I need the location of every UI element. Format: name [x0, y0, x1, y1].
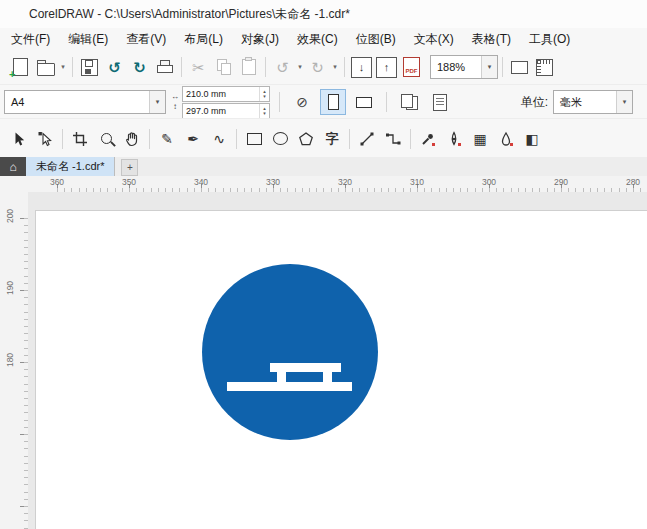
- open-dropdown[interactable]: ▾: [58, 54, 68, 80]
- pan-tool[interactable]: [119, 126, 145, 152]
- artistic-media-tool[interactable]: ∿: [206, 126, 232, 152]
- outline-pen-tool[interactable]: [441, 126, 467, 152]
- home-icon: ⌂: [9, 160, 16, 174]
- connector-icon: [385, 131, 401, 147]
- page-width-field[interactable]: 210.0 mm ▴▾: [182, 86, 270, 102]
- wave-icon: ∿: [213, 131, 225, 147]
- print-button[interactable]: [152, 54, 177, 80]
- shape-tool[interactable]: [32, 126, 58, 152]
- menu-effects[interactable]: 效果(C): [288, 28, 347, 51]
- page-height-field[interactable]: 297.0 mm ▴▾: [182, 103, 270, 119]
- show-rulers-button[interactable]: [532, 54, 557, 80]
- menu-text[interactable]: 文本(X): [405, 28, 463, 51]
- horizontal-ruler[interactable]: 360 350 340 330 320 310 300 290 280: [28, 176, 647, 193]
- paste-icon: [242, 59, 256, 75]
- mesh-fill-tool[interactable]: ▦: [467, 126, 493, 152]
- landscape-button[interactable]: [351, 89, 377, 115]
- crop-tool[interactable]: [67, 126, 93, 152]
- diagonal-line-icon: [359, 131, 375, 147]
- interactive-fill-tool[interactable]: ◧: [519, 126, 545, 152]
- pick-tool[interactable]: [6, 126, 32, 152]
- bezier-tool[interactable]: ✒: [180, 126, 206, 152]
- fit-page-button[interactable]: ⊘: [289, 89, 315, 115]
- menu-object[interactable]: 对象(J): [232, 28, 288, 51]
- page-dimensions-group: ↔ ↕ 210.0 mm ▴▾ 297.0 mm ▴▾: [171, 86, 270, 119]
- document-tab-active[interactable]: 未命名 -1.cdr*: [26, 157, 115, 176]
- text-tool-glyph: 字: [326, 130, 339, 148]
- zoom-level-dropdown[interactable]: ▾: [481, 56, 497, 78]
- fit-page-icon: ⊘: [296, 95, 308, 109]
- propbar-separator: [386, 92, 387, 112]
- redo-icon: ↻: [311, 60, 324, 75]
- connector-tool[interactable]: [380, 126, 406, 152]
- open-button[interactable]: [33, 54, 58, 80]
- fullscreen-icon: [511, 61, 528, 74]
- welcome-home-button[interactable]: ⌂: [0, 157, 26, 176]
- menu-file[interactable]: 文件(F): [2, 28, 59, 51]
- hand-icon: [124, 131, 140, 147]
- undo-dropdown[interactable]: ▾: [295, 54, 305, 80]
- copy-icon: [216, 59, 232, 75]
- fullscreen-preview-button[interactable]: [507, 54, 532, 80]
- menu-layout[interactable]: 布局(L): [175, 28, 232, 51]
- menu-view[interactable]: 查看(V): [117, 28, 175, 51]
- undo-button[interactable]: ↺: [270, 54, 295, 80]
- zoom-level-value: 188%: [431, 61, 481, 73]
- paste-button[interactable]: [236, 54, 261, 80]
- dimension-tool[interactable]: [354, 126, 380, 152]
- current-page-button[interactable]: [427, 89, 453, 115]
- drawing-canvas[interactable]: [28, 192, 647, 529]
- polygon-tool[interactable]: [293, 126, 319, 152]
- export-button[interactable]: ↑: [374, 54, 399, 80]
- save-button[interactable]: [77, 54, 102, 80]
- all-pages-button[interactable]: [396, 89, 422, 115]
- coreldraw-logo-icon: [8, 6, 22, 23]
- cut-button[interactable]: ✂: [186, 54, 211, 80]
- publish-pdf-button[interactable]: PDF: [399, 54, 424, 80]
- portrait-button[interactable]: [320, 89, 346, 115]
- h-ruler-number: 300: [482, 177, 496, 187]
- zoom-tool[interactable]: [93, 126, 119, 152]
- redo-dropdown[interactable]: ▾: [330, 54, 340, 80]
- page-width-spinner[interactable]: ▴▾: [259, 87, 269, 101]
- open-from-cloud-button[interactable]: ↻: [127, 54, 152, 80]
- menu-bitmaps[interactable]: 位图(B): [347, 28, 405, 51]
- zoom-level-combobox[interactable]: 188% ▾: [430, 55, 498, 79]
- smart-fill-tool[interactable]: [493, 126, 519, 152]
- page-size-dropdown[interactable]: ▾: [149, 91, 165, 113]
- landscape-icon: [356, 97, 372, 108]
- blue-circle-sign-object[interactable]: [202, 264, 378, 440]
- eyedropper-tool[interactable]: [415, 126, 441, 152]
- toolbox-separator: [236, 129, 237, 149]
- import-button[interactable]: ↓: [349, 54, 374, 80]
- h-ruler-number: 320: [338, 177, 352, 187]
- eyedropper-icon: [420, 131, 436, 147]
- pick-cursor-icon: [11, 131, 27, 147]
- h-ruler-number: 330: [266, 177, 280, 187]
- save-to-cloud-button[interactable]: ↺: [102, 54, 127, 80]
- page-height-spinner[interactable]: ▴▾: [259, 104, 269, 118]
- new-document-button[interactable]: +: [8, 54, 33, 80]
- rectangle-tool[interactable]: [241, 126, 267, 152]
- ruler-origin-corner[interactable]: [0, 176, 29, 193]
- menu-tools[interactable]: 工具(O): [520, 28, 579, 51]
- text-tool[interactable]: 字: [319, 126, 345, 152]
- copy-button[interactable]: [211, 54, 236, 80]
- units-dropdown[interactable]: ▾: [616, 91, 632, 113]
- h-ruler-number: 340: [194, 177, 208, 187]
- units-combobox[interactable]: 毫米 ▾: [553, 90, 633, 114]
- h-ruler-number: 360: [50, 177, 64, 187]
- width-arrow-icon: ↔: [171, 93, 179, 101]
- toolbar-separator: [181, 57, 182, 77]
- v-ruler-number: 180: [5, 352, 15, 368]
- menu-edit[interactable]: 编辑(E): [59, 28, 117, 51]
- new-tab-button[interactable]: +: [121, 159, 138, 176]
- h-ruler-number: 350: [122, 177, 136, 187]
- menu-table[interactable]: 表格(T): [463, 28, 520, 51]
- page-size-combobox[interactable]: A4 ▾: [4, 90, 166, 114]
- vertical-ruler[interactable]: 200 190 180: [0, 192, 29, 529]
- ellipse-tool[interactable]: [267, 126, 293, 152]
- pen-icon: ✒: [187, 131, 199, 147]
- redo-button[interactable]: ↻: [305, 54, 330, 80]
- freehand-tool[interactable]: ✎: [154, 126, 180, 152]
